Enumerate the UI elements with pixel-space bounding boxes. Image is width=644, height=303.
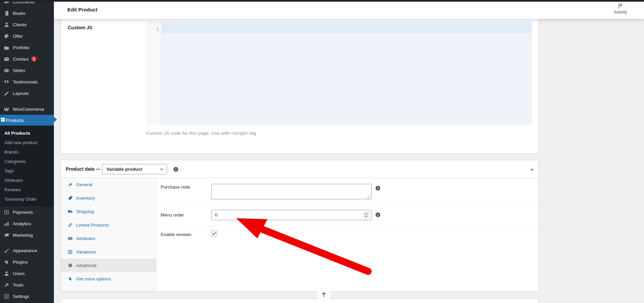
page-title: Edit Product bbox=[67, 7, 97, 12]
next-section-card bbox=[61, 299, 539, 303]
custom-js-card: Custom JS 1 Custom JS code for this page… bbox=[61, 0, 539, 154]
editor-line-number: 1 bbox=[156, 27, 159, 32]
purchase-note-textarea[interactable] bbox=[211, 184, 372, 199]
sidebar-item-label: Testimonials bbox=[13, 79, 38, 85]
product-data-title: Product data — bbox=[66, 166, 100, 172]
tab-variations[interactable]: Variations bbox=[61, 245, 156, 259]
sidebar-item-slides[interactable]: Slides bbox=[0, 65, 54, 76]
product-type-select[interactable]: Variable product bbox=[102, 164, 167, 174]
sidebar-item-offer[interactable]: Offer bbox=[0, 30, 54, 42]
products-active-notch bbox=[54, 117, 60, 122]
menu-order-input[interactable] bbox=[211, 210, 372, 220]
sidebar-item-appearance[interactable]: Appearance bbox=[0, 245, 54, 256]
submenu-item-categories[interactable]: Categories bbox=[0, 157, 54, 166]
sidebar-item-label: Contact bbox=[13, 57, 29, 62]
sidebar-item-label: Users bbox=[13, 271, 25, 276]
sidebar-item-tools[interactable]: Tools bbox=[0, 279, 54, 291]
settings-icon bbox=[0, 294, 13, 299]
editor-code-area[interactable] bbox=[162, 22, 532, 125]
activity-button[interactable]: Activity bbox=[607, 3, 634, 14]
top-bar: Edit Product Activity bbox=[54, 0, 644, 19]
sidebar-item-label: Settings bbox=[13, 294, 29, 299]
sidebar-item-testimonials[interactable]: Testimonials bbox=[0, 76, 54, 88]
menu-order-label: Menu order bbox=[161, 212, 184, 217]
sidebar-item-label: Books bbox=[13, 11, 26, 16]
tab-linked-products[interactable]: Linked Products bbox=[61, 218, 156, 232]
product-data-tabs: General Inventory Shipping Linked Produc… bbox=[61, 178, 157, 291]
submenu-item-taxonomy-order[interactable]: Taxonomy Order bbox=[0, 194, 54, 204]
tab-get-more-options[interactable]: Get more options bbox=[61, 272, 156, 286]
tab-shipping[interactable]: Shipping bbox=[61, 205, 156, 218]
spinner-up-icon[interactable] bbox=[365, 212, 368, 215]
product-data-panel: Purchase note ? Menu order ? Enable revi… bbox=[157, 178, 539, 291]
appearance-icon bbox=[0, 248, 13, 254]
sidebar-item-products-active[interactable]: Products bbox=[0, 115, 54, 126]
arrow-up-icon bbox=[321, 292, 326, 297]
portfolio-icon bbox=[0, 45, 13, 50]
admin-sidebar: Comments Books Clients Offer Portfolio C… bbox=[0, 0, 54, 303]
submenu-item-attributes[interactable]: Attributes bbox=[0, 175, 54, 185]
sidebar-item-plugins[interactable]: Plugins bbox=[0, 256, 54, 268]
slides-icon bbox=[0, 68, 13, 73]
sidebar-item-users[interactable]: Users bbox=[0, 268, 54, 279]
sidebar-item-label: Analytics bbox=[13, 221, 31, 226]
checkmark-icon bbox=[212, 232, 216, 235]
product-type-help-icon[interactable]: ? bbox=[173, 167, 178, 172]
tab-advanced[interactable]: Advanced bbox=[61, 259, 156, 272]
purchase-note-help-icon[interactable]: ? bbox=[376, 186, 380, 191]
sidebar-item-layouts[interactable]: Layouts bbox=[0, 88, 54, 99]
testimonials-icon bbox=[0, 79, 13, 85]
sidebar-item-woocommerce[interactable]: W WooCommerce bbox=[0, 103, 54, 115]
purchase-note-row: Purchase note ? bbox=[157, 178, 539, 203]
grid-icon bbox=[68, 249, 73, 255]
submenu-item-tags[interactable]: Tags bbox=[0, 166, 54, 175]
custom-js-help-text: Custom JS code for this page. Use with <… bbox=[146, 131, 256, 136]
sidebar-item-label: WooCommerce bbox=[13, 107, 44, 112]
sidebar-item-label: Clients bbox=[13, 22, 27, 27]
sidebar-item-clients[interactable]: Clients bbox=[0, 19, 54, 30]
scroll-top-button[interactable] bbox=[317, 290, 330, 299]
sidebar-item-payments[interactable]: $ Payments bbox=[0, 206, 54, 218]
sidebar-item-books[interactable]: Books bbox=[0, 7, 54, 19]
custom-js-code-editor[interactable]: 1 bbox=[146, 22, 532, 125]
woocommerce-icon: W bbox=[0, 106, 13, 112]
menu-order-help-icon[interactable]: ? bbox=[376, 212, 380, 217]
number-spinner[interactable] bbox=[363, 211, 369, 219]
sidebar-item-label: Portfolio bbox=[13, 45, 30, 50]
enable-reviews-row: Enable reviews bbox=[157, 225, 539, 292]
editor-active-line bbox=[162, 23, 532, 33]
product-data-card: Product data — Variable product ? Genera… bbox=[61, 160, 539, 292]
purchase-note-label: Purchase note bbox=[161, 184, 190, 190]
tab-general[interactable]: General bbox=[61, 178, 156, 192]
wrench-icon bbox=[68, 182, 73, 187]
products-submenu: All Products Add new product Brands Cate… bbox=[0, 126, 54, 206]
layouts-icon bbox=[0, 91, 13, 96]
submenu-item-brands[interactable]: Brands bbox=[0, 147, 54, 157]
tab-attributes[interactable]: Attributes bbox=[61, 232, 156, 245]
tab-inventory[interactable]: Inventory bbox=[61, 192, 156, 205]
spinner-down-icon[interactable] bbox=[365, 215, 368, 217]
sidebar-item-marketing[interactable]: Marketing bbox=[0, 229, 54, 241]
sidebar-item-portfolio[interactable]: Portfolio bbox=[0, 42, 54, 53]
chevron-down-icon bbox=[160, 168, 164, 171]
sidebar-item-label: Layouts bbox=[13, 91, 29, 96]
list-icon bbox=[68, 236, 73, 241]
payments-icon: $ bbox=[0, 209, 13, 215]
submenu-item-reviews[interactable]: Reviews bbox=[0, 185, 54, 194]
analytics-icon bbox=[0, 221, 13, 227]
users-icon bbox=[0, 271, 13, 276]
submenu-item-all-products[interactable]: All Products bbox=[0, 128, 54, 138]
sidebar-item-settings[interactable]: Settings bbox=[0, 291, 54, 302]
enable-reviews-checkbox[interactable] bbox=[211, 231, 217, 236]
offer-icon bbox=[0, 33, 13, 39]
tag-icon bbox=[68, 196, 73, 201]
sidebar-item-analytics[interactable]: Analytics bbox=[0, 218, 54, 229]
sidebar-item-contact[interactable]: Contact 1 bbox=[0, 53, 54, 65]
collapse-panel-toggle[interactable] bbox=[530, 168, 534, 170]
menu-order-row: Menu order ? bbox=[157, 203, 539, 225]
submenu-item-add-new-product[interactable]: Add new product bbox=[0, 138, 54, 147]
sidebar-item-label: Offer bbox=[13, 34, 23, 39]
contact-count-badge: 1 bbox=[31, 56, 37, 62]
marketing-icon bbox=[0, 232, 13, 238]
flag-icon bbox=[617, 3, 623, 9]
